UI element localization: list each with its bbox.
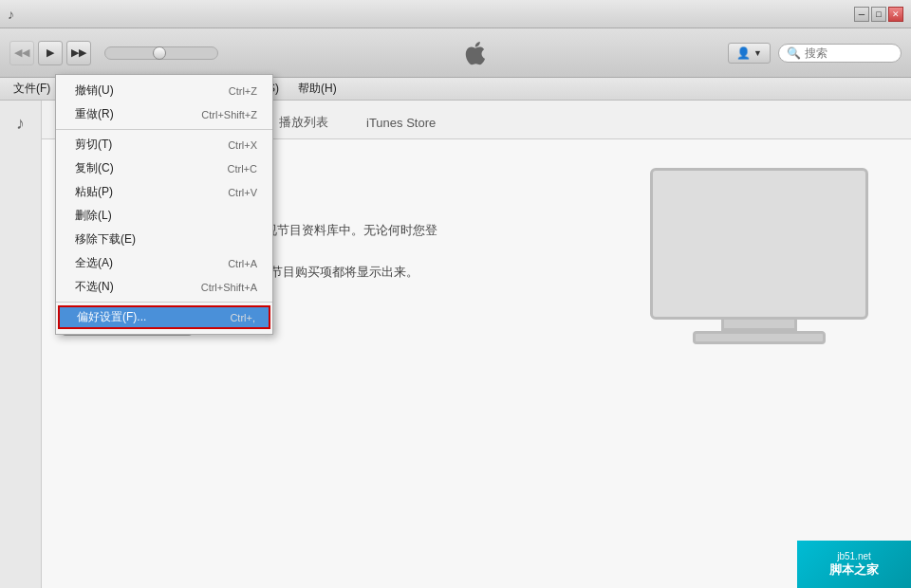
redo-label: 重做(R): [75, 106, 114, 122]
tab-itunes-store[interactable]: iTunes Store: [347, 110, 455, 138]
volume-thumb: [153, 46, 166, 60]
title-bar-left: ♪: [8, 7, 14, 22]
select-all-shortcut: Ctrl+A: [228, 258, 257, 269]
separator-2: [56, 302, 272, 303]
search-box[interactable]: 🔍: [778, 44, 902, 63]
menu-undo[interactable]: 撤销(U) Ctrl+Z: [56, 79, 272, 102]
tv-illustration: [650, 168, 868, 344]
tv-base: [693, 331, 826, 344]
menu-redo[interactable]: 重做(R) Ctrl+Shift+Z: [56, 102, 272, 126]
next-button[interactable]: ▶▶: [66, 41, 91, 65]
tv-stand-top: [721, 320, 797, 331]
select-all-label: 全选(A): [75, 255, 113, 271]
delete-label: 删除(L): [75, 208, 112, 224]
remove-download-label: 移除下载(E): [75, 231, 136, 248]
menu-paste[interactable]: 粘贴(P) Ctrl+V: [56, 180, 272, 204]
title-bar: ♪ ─ □ ✕: [0, 0, 911, 28]
playback-controls: ◀◀ ▶ ▶▶: [9, 41, 91, 65]
menu-help[interactable]: 帮助(H): [288, 78, 346, 100]
copy-label: 复制(C): [75, 160, 114, 176]
cut-shortcut: Ctrl+X: [228, 139, 257, 151]
search-icon: 🔍: [787, 46, 801, 60]
close-button[interactable]: ✕: [888, 7, 903, 22]
menu-file[interactable]: 文件(F): [4, 78, 60, 100]
music-note-icon: ♪: [6, 108, 36, 138]
tab-itunes-store-label: iTunes Store: [366, 116, 436, 130]
paste-label: 粘贴(P): [75, 184, 113, 200]
menu-help-label: 帮助(H): [298, 82, 337, 95]
undo-shortcut: Ctrl+Z: [229, 85, 257, 97]
preferences-label: 偏好设置(F)...: [77, 309, 146, 325]
sidebar: ♪: [0, 101, 42, 588]
menu-cut[interactable]: 剪切(T) Ctrl+X: [56, 133, 272, 156]
deselect-shortcut: Ctrl+Shift+A: [201, 282, 257, 293]
tab-playlist-label: 播放列表: [279, 115, 328, 129]
play-button[interactable]: ▶: [38, 41, 63, 65]
menu-file-label: 文件(F): [13, 82, 50, 95]
paste-shortcut: Ctrl+V: [228, 187, 257, 198]
redo-shortcut: Ctrl+Shift+Z: [201, 109, 257, 120]
separator-1: [56, 129, 272, 130]
chevron-down-icon: ▼: [753, 48, 762, 58]
menu-remove-download[interactable]: 移除下载(E): [56, 228, 272, 251]
copy-shortcut: Ctrl+C: [228, 163, 257, 175]
restore-button[interactable]: □: [871, 7, 886, 22]
watermark: jb51.net 脚本之家: [797, 541, 911, 588]
menu-preferences[interactable]: 偏好设置(F)... Ctrl+,: [58, 305, 270, 329]
volume-slider[interactable]: [104, 46, 218, 60]
deselect-label: 不选(N): [75, 279, 114, 295]
menu-delete[interactable]: 删除(L): [56, 204, 272, 228]
toolbar-right: 👤 ▼ 🔍: [728, 43, 902, 64]
minimize-button[interactable]: ─: [854, 7, 869, 22]
search-input[interactable]: [805, 46, 900, 60]
tv-screen: [650, 168, 868, 320]
user-button[interactable]: 👤 ▼: [728, 43, 771, 64]
edit-dropdown-menu: 撤销(U) Ctrl+Z 重做(R) Ctrl+Shift+Z 剪切(T) Ct…: [55, 74, 273, 335]
prev-button[interactable]: ◀◀: [9, 41, 34, 65]
undo-label: 撤销(U): [75, 83, 114, 99]
apple-logo: [232, 40, 720, 66]
watermark-top: jb51.net: [837, 551, 871, 561]
toolbar: ◀◀ ▶ ▶▶ 👤 ▼ 🔍: [0, 28, 911, 78]
preferences-shortcut: Ctrl+,: [230, 312, 255, 323]
cut-label: 剪切(T): [75, 137, 112, 153]
right-content: [626, 158, 892, 569]
user-icon: 👤: [736, 46, 751, 60]
menu-select-all[interactable]: 全选(A) Ctrl+A: [56, 251, 272, 275]
watermark-bottom: 脚本之家: [829, 561, 879, 579]
menu-deselect[interactable]: 不选(N) Ctrl+Shift+A: [56, 275, 272, 299]
window-controls: ─ □ ✕: [854, 7, 903, 22]
menu-copy[interactable]: 复制(C) Ctrl+C: [56, 156, 272, 180]
title-bar-icon: ♪: [8, 7, 14, 22]
